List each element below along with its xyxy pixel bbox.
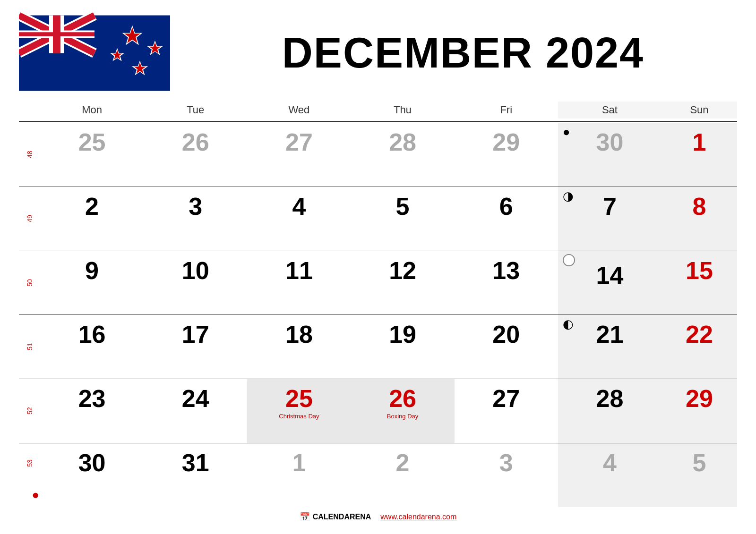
day-num-dec21: 21 xyxy=(596,322,623,347)
day-cell-nov30: ● 30 xyxy=(558,123,662,186)
nz-flag-container xyxy=(19,12,170,94)
day-header-fri: Fri xyxy=(455,102,558,119)
day-cell-dec21: ◐ 21 xyxy=(558,315,662,379)
day-cell-dec23: 23 xyxy=(40,379,144,443)
day-num-dec26: 26 xyxy=(389,386,416,411)
calendar-icon: 📅 xyxy=(300,512,310,522)
day-cell-jan5: 5 xyxy=(662,443,737,507)
day-headers-row: Mon Tue Wed Thu Fri Sat Sun xyxy=(19,102,737,122)
day-num-dec10: 10 xyxy=(182,258,209,283)
day-num-nov30: 30 xyxy=(596,130,623,154)
day-num-dec18: 18 xyxy=(285,322,313,347)
day-num-dec6: 6 xyxy=(499,194,513,219)
day-header-sat: Sat xyxy=(558,102,662,119)
day-cell-nov25: 25 xyxy=(40,123,144,186)
day-cell-dec17: 17 xyxy=(144,315,247,379)
day-header-sun: Sun xyxy=(662,102,737,119)
header: DECEMBER 2024 xyxy=(19,9,737,97)
day-cell-dec14: 14 xyxy=(558,251,662,315)
calendar-grid: Mon Tue Wed Thu Fri Sat Sun 48 25 26 27 … xyxy=(19,102,737,507)
day-num-dec7: 7 xyxy=(603,194,617,219)
day-cell-nov29: 29 xyxy=(455,123,558,186)
day-num-dec3: 3 xyxy=(189,194,202,219)
day-num-nov25: 25 xyxy=(78,130,106,154)
day-num-dec8: 8 xyxy=(693,194,706,219)
day-cell-nov27: 27 xyxy=(247,123,351,186)
week-row-53: ● 53 30 31 1 2 3 4 5 xyxy=(19,443,737,507)
day-cell-dec28: 28 xyxy=(558,379,662,443)
footer-brand: CALENDARENA xyxy=(313,513,371,521)
day-num-dec4: 4 xyxy=(292,194,306,219)
week-row-52: 52 23 24 25 Christmas Day 26 Boxing Day … xyxy=(19,379,737,443)
week-row-49: 49 2 3 4 5 6 ◑ 7 8 xyxy=(19,187,737,251)
day-cell-dec19: 19 xyxy=(351,315,455,379)
christmas-day-label: Christmas Day xyxy=(279,413,319,420)
day-num-dec17: 17 xyxy=(182,322,209,347)
footer-url[interactable]: www.calendarena.com xyxy=(380,513,456,521)
day-cell-dec12: 12 xyxy=(351,251,455,315)
day-num-dec2: 2 xyxy=(85,194,99,219)
day-num-dec13: 13 xyxy=(492,258,520,283)
day-cell-dec22: 22 xyxy=(662,315,737,379)
day-cell-jan1: 1 xyxy=(247,443,351,507)
day-num-dec22: 22 xyxy=(686,322,713,347)
day-num-nov27: 27 xyxy=(285,130,313,154)
day-cell-dec30: 30 xyxy=(40,443,144,507)
moon-first-quarter-icon-w51: ◐ xyxy=(563,318,574,330)
footer: 📅 CALENDARENA www.calendarena.com xyxy=(19,507,737,525)
day-num-nov28: 28 xyxy=(389,130,416,154)
week-num-51: 51 xyxy=(19,315,40,379)
week-num-52: 52 xyxy=(19,379,40,443)
day-cell-dec4: 4 xyxy=(247,187,351,251)
day-cell-dec24: 24 xyxy=(144,379,247,443)
day-cell-dec20: 20 xyxy=(455,315,558,379)
day-cell-jan4: 4 xyxy=(558,443,662,507)
week-num-53: ● 53 xyxy=(19,443,40,507)
day-num-dec24: 24 xyxy=(182,386,209,411)
day-cell-dec1: 1 xyxy=(662,123,737,186)
day-header-tue: Tue xyxy=(144,102,247,119)
day-cell-dec29: 29 xyxy=(662,379,737,443)
week-row-48: 48 25 26 27 28 29 ● 30 1 xyxy=(19,123,737,187)
day-num-jan2: 2 xyxy=(396,450,410,475)
day-num-jan3: 3 xyxy=(499,450,513,475)
day-header-wed: Wed xyxy=(247,102,351,119)
day-cell-dec25: 25 Christmas Day xyxy=(247,379,351,443)
day-cell-dec15: 15 xyxy=(662,251,737,315)
day-cell-dec6: 6 xyxy=(455,187,558,251)
day-num-dec12: 12 xyxy=(389,258,416,283)
day-cell-dec7: ◑ 7 xyxy=(558,187,662,251)
week-row-51: 51 16 17 18 19 20 ◐ 21 22 xyxy=(19,315,737,379)
day-cell-dec5: 5 xyxy=(351,187,455,251)
day-num-dec27: 27 xyxy=(492,386,520,411)
day-num-dec25: 25 xyxy=(285,386,313,411)
day-cell-dec11: 11 xyxy=(247,251,351,315)
day-num-dec30: 30 xyxy=(78,450,106,475)
day-num-nov26: 26 xyxy=(182,130,209,154)
day-cell-dec13: 13 xyxy=(455,251,558,315)
day-num-dec11: 11 xyxy=(285,258,313,283)
day-cell-dec10: 10 xyxy=(144,251,247,315)
nz-flag xyxy=(19,12,170,94)
day-cell-jan2: 2 xyxy=(351,443,455,507)
footer-logo: 📅 CALENDARENA xyxy=(300,512,371,522)
day-cell-nov28: 28 xyxy=(351,123,455,186)
day-cell-dec8: 8 xyxy=(662,187,737,251)
day-num-dec31: 31 xyxy=(182,450,209,475)
week-num-49: 49 xyxy=(19,187,40,251)
day-header-thu: Thu xyxy=(351,102,455,119)
day-cell-jan3: 3 xyxy=(455,443,558,507)
day-cell-dec31: 31 xyxy=(144,443,247,507)
day-cell-dec26: 26 Boxing Day xyxy=(351,379,455,443)
moon-last-quarter-icon-w49: ◑ xyxy=(563,190,574,202)
day-num-dec5: 5 xyxy=(396,194,410,219)
week-num-48: 48 xyxy=(19,123,40,186)
day-num-jan4: 4 xyxy=(603,450,617,475)
day-num-nov29: 29 xyxy=(492,130,520,154)
week-num-header-empty xyxy=(19,102,40,119)
day-num-dec15: 15 xyxy=(686,258,713,283)
day-num-dec20: 20 xyxy=(492,322,520,347)
day-cell-dec3: 3 xyxy=(144,187,247,251)
week-row-50: 50 9 10 11 12 13 14 15 xyxy=(19,251,737,315)
moon-new-icon-w50 xyxy=(563,254,575,266)
